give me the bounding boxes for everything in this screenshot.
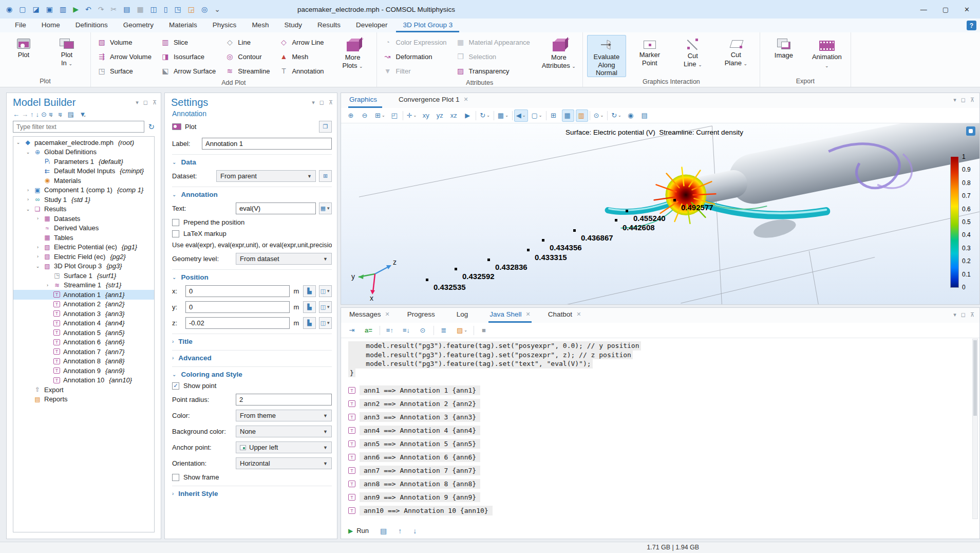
panel-corner-icon[interactable]: ◻	[961, 97, 966, 103]
tree-node-root[interactable]: ⌄ ◆ pacemaker_electrode.mph (root)	[13, 138, 154, 148]
export-animation-button[interactable]: Animation ⌄	[807, 35, 846, 77]
panel-corner-icon[interactable]: ◻	[143, 99, 148, 106]
deformation-button[interactable]: ↝ Deformation	[381, 49, 452, 64]
panel-corner-icon[interactable]: ⊼	[970, 97, 974, 103]
cut-plane-button[interactable]: Cut Plane ⌄	[717, 35, 756, 77]
tree-node-parameters-1[interactable]: Pᵢ Parameters 1 {default}	[13, 157, 154, 167]
cut-line-button[interactable]: Cut Line ⌄	[673, 35, 712, 77]
settings-plot-button[interactable]: Plot	[185, 123, 196, 131]
tab-home[interactable]: Home	[35, 19, 67, 32]
tab-physics[interactable]: Physics	[206, 19, 243, 32]
zoom-out-icon[interactable]: ⊖	[359, 109, 371, 122]
tree-node-electric-potential[interactable]: › ▧ Electric Potential (ec) {pg1}	[13, 243, 154, 252]
tree-node-global-definitions[interactable]: ⌄ ⊕ Global Definitions	[13, 148, 154, 157]
close-button[interactable]: ✕	[964, 6, 970, 13]
close-tab-icon[interactable]: ✕	[464, 96, 468, 103]
show-point-checkbox[interactable]: ✓	[172, 382, 179, 390]
rotate-view-icon[interactable]: ↻⌄	[478, 109, 492, 122]
customize-toolbar-icon[interactable]: ⌄	[214, 6, 220, 13]
paste-icon[interactable]: ▦	[137, 6, 143, 13]
slice-button[interactable]: ▥ Slice	[159, 35, 221, 49]
expression-menu-button[interactable]: ▦▼	[319, 202, 332, 214]
selection-button[interactable]: ❒ Selection	[454, 49, 535, 64]
search-icon[interactable]: ◎	[201, 6, 208, 13]
filter-button[interactable]: ▼ Filter	[381, 64, 452, 78]
expand-chevron-icon[interactable]: ⌄	[15, 140, 21, 145]
position-x-field[interactable]	[185, 285, 290, 297]
print-icon[interactable]: ▤	[639, 109, 651, 122]
expand-chevron-icon[interactable]: ›	[35, 254, 41, 259]
tree-node-annotation-1[interactable]: T Annotation 1 {ann1}	[13, 290, 154, 300]
evaluate-along-normal-button[interactable]: Evaluate Along Normal	[587, 35, 626, 77]
model-tree-nodes-icon[interactable]: ▤⌄	[68, 110, 74, 118]
expand-chevron-icon[interactable]: ›	[25, 197, 31, 202]
range-menu-button[interactable]: ◫▼	[319, 285, 332, 297]
section-coloring-and-style[interactable]: ⌄Coloring and Style	[172, 371, 332, 378]
refresh-icon[interactable]: ↻	[148, 122, 155, 132]
back-arrow-icon[interactable]: ←	[13, 110, 16, 118]
tab-developer[interactable]: Developer	[349, 19, 394, 32]
minimize-button[interactable]: —	[920, 6, 927, 13]
run-button[interactable]: ▶ Run	[348, 527, 369, 534]
zoom-box-icon[interactable]: ⊞⌄	[373, 109, 387, 122]
java-shell-output[interactable]: model.result("pg3").feature(tag).set("po…	[341, 338, 979, 523]
delete-icon[interactable]: ▯	[164, 6, 168, 13]
plot-button[interactable]: Plot	[4, 35, 43, 77]
app-logo-icon[interactable]: ◉	[6, 6, 12, 13]
clear-selection-icon[interactable]: ◲	[188, 6, 195, 13]
save-as-icon[interactable]: ▥	[60, 6, 66, 13]
tab-study[interactable]: Study	[277, 19, 309, 32]
expand-chevron-icon[interactable]: ›	[35, 245, 41, 250]
tab-geometry[interactable]: Geometry	[117, 19, 160, 32]
tree-node-surface-1[interactable]: ◳ Surface 1 {surf1}	[13, 271, 154, 281]
surface-button[interactable]: ◳ Surface	[95, 64, 157, 78]
tab-graphics[interactable]: Graphics	[348, 96, 382, 108]
tab-messages[interactable]: Messages ✕	[348, 310, 391, 323]
previous-command-icon[interactable]: ↑	[398, 527, 402, 535]
section-annotation[interactable]: ⌄Annotation	[172, 191, 332, 198]
tab-results[interactable]: Results	[311, 19, 347, 32]
arrow-volume-button[interactable]: ⇶ Arrow Volume	[95, 49, 157, 64]
view-xy-icon[interactable]: xy	[420, 109, 432, 122]
color-expression-button[interactable]: ◔ Color Expression	[381, 35, 452, 49]
panel-corner-icon[interactable]: ⊼	[153, 99, 157, 106]
tab-materials[interactable]: Materials	[162, 19, 204, 32]
sound-feedback-icon[interactable]: ◀⌄	[514, 109, 528, 122]
tab-progress[interactable]: Progress	[406, 310, 440, 323]
filter-funnel-icon[interactable]: ▼⌄	[80, 110, 87, 118]
arrow-line-button[interactable]: ◇ Arrow Line	[277, 35, 329, 49]
material-appearance-button[interactable]: ▦ Material Appearance	[454, 35, 535, 49]
range-menu-button[interactable]: ◫▼	[319, 301, 332, 313]
tree-node-results[interactable]: ⌄ ❏ Results	[13, 205, 154, 214]
canvas-quick-button[interactable]	[966, 126, 975, 136]
tab-convergence-plot-1[interactable]: Convergence Plot 1 ✕	[398, 96, 469, 108]
tree-node-tables[interactable]: ▦ Tables	[13, 233, 154, 243]
open-file-icon[interactable]: ◪	[32, 6, 39, 13]
snapshot-icon[interactable]: ◉	[625, 109, 637, 122]
latex-markup-checkbox[interactable]	[172, 230, 179, 237]
tree-node-derived-values[interactable]: ≈ Derived Values	[13, 224, 154, 233]
console-scrollbar[interactable]	[972, 339, 978, 519]
tree-node-annotation-8[interactable]: T Annotation 8 {ann8}	[13, 357, 154, 366]
grid-toggle-icon[interactable]: ⊞	[548, 109, 560, 122]
tab-definitions[interactable]: Definitions	[69, 19, 115, 32]
tree-node-electric-field[interactable]: › ▧ Electric Field (ec) {pg2}	[13, 252, 154, 262]
auto-complete-icon[interactable]: ⇥	[346, 324, 359, 337]
transparency-button[interactable]: ▨ Transparency	[454, 64, 535, 78]
copy-icon[interactable]: ▤	[123, 6, 130, 13]
panel-corner-icon[interactable]: ▾	[953, 311, 956, 318]
save-icon[interactable]: ▣	[46, 6, 53, 13]
view-xz-icon[interactable]: xz	[448, 109, 460, 122]
panel-corner-icon[interactable]: ◻	[319, 99, 324, 106]
contour-button[interactable]: ◎ Contour	[223, 49, 275, 64]
panel-corner-icon[interactable]: ▾	[953, 97, 956, 103]
expand-chevron-icon[interactable]: ›	[25, 188, 31, 193]
redo-icon[interactable]: ↷	[98, 6, 104, 13]
panel-corner-icon[interactable]: ◻	[961, 311, 966, 318]
move-down-icon[interactable]: ↓	[36, 110, 36, 118]
position-z-field[interactable]	[185, 317, 290, 329]
forward-arrow-icon[interactable]: →	[22, 110, 25, 118]
tree-node-datasets[interactable]: › ▦ Datasets	[13, 214, 154, 224]
position-y-field[interactable]	[185, 301, 290, 313]
maximize-button[interactable]: ▢	[943, 6, 949, 13]
